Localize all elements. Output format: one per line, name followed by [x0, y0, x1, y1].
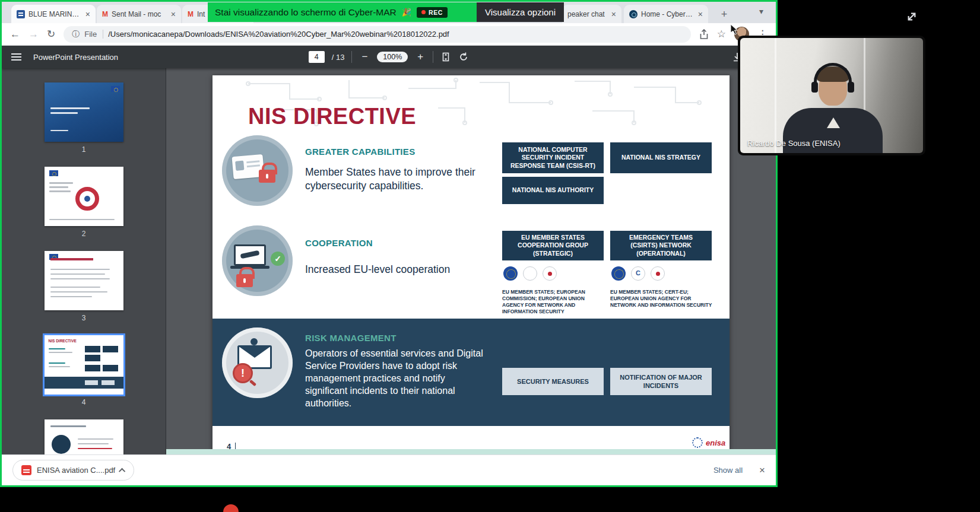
section-heading-capabilities: GREATER CAPABILITIES [305, 147, 415, 157]
tab-blue-marinas[interactable]: BLUE MARINAS_ × [11, 5, 96, 23]
tab-label: Sent Mail - moc [112, 10, 167, 18]
thumbnail-page-4-selected[interactable]: NIS DIRECTIVE [45, 335, 123, 395]
presenter-emoji: 🎉 [402, 8, 411, 17]
tab-sent-mail[interactable]: M Sent Mail - moc × [97, 5, 181, 23]
pdf-file-icon [21, 465, 31, 475]
check-icon: ✓ [271, 252, 285, 266]
thumbnail-number: 2 [82, 230, 86, 238]
cooperation-logos-right: C [611, 266, 665, 281]
mouse-cursor [730, 24, 740, 36]
screen: BLUE MARINAS_ × M Sent Mail - moc × M In… [0, 0, 980, 512]
toolbar-divider [351, 51, 352, 63]
alert-magnifier-icon: ! [233, 363, 253, 383]
gmail-favicon-icon: M [102, 10, 108, 18]
tab-close-icon[interactable]: × [698, 10, 703, 18]
pdf-page-viewer: NIS DIRECTIVE GREATER CAPABILITIES Membe… [166, 68, 776, 454]
eu-flag-mini-icon [111, 86, 120, 92]
diagram-circle-mini [52, 435, 71, 454]
tab-label: peaker chat [567, 10, 608, 18]
eu-flag-mini-icon [49, 170, 58, 176]
url-scheme-label: File [84, 30, 103, 39]
thumbnail-page-5[interactable] [45, 419, 123, 454]
box-cooperation-group: EU MEMBER STATES COOPERATION GROUP (STRA… [502, 231, 604, 260]
view-options-button[interactable]: Visualizza opzioni [477, 2, 564, 22]
share-icon[interactable] [699, 29, 709, 40]
enisa-footer-logo: enisa [692, 437, 725, 448]
thumbnail-slide-title: NIS DIRECTIVE [49, 339, 77, 343]
url-text: /Users/monicacanepa/Downloads/ENISA%20av… [108, 30, 449, 39]
chevron-up-icon[interactable] [119, 468, 125, 474]
tab-search-chevron-icon[interactable]: ▾ [759, 7, 763, 16]
tab-speaker-chat[interactable]: peaker chat × [562, 5, 621, 23]
downloads-bar: ENISA aviation C....pdf Show all × [2, 454, 776, 485]
cert-eu-logo: C [631, 266, 645, 281]
thumbnail-page-2[interactable] [45, 167, 123, 226]
downloaded-file-chip[interactable]: ENISA aviation C....pdf [12, 460, 134, 481]
browser-address-bar: ← → ↻ ⓘ File /Users/monicacanepa/Downloa… [2, 23, 776, 46]
meeting-control-peek[interactable] [223, 504, 239, 512]
thumbnail-page-3[interactable] [45, 251, 123, 310]
tab-close-icon[interactable]: × [171, 10, 176, 18]
viewer-scroll-strip[interactable] [166, 449, 776, 454]
tab-label: BLUE MARINAS_ [28, 10, 82, 18]
thumbnail-item: NIS DIRECTIVE [45, 335, 123, 406]
box-nis-authority: NATIONAL NIS AUTHORITY [502, 177, 604, 204]
risk-management-panel: ! RISK MANAGEMENT Operators of essential… [213, 319, 730, 426]
thumbnail-item: 5 [45, 419, 123, 454]
section-heading-cooperation: COOPERATION [305, 238, 373, 248]
thumbnail-number: 3 [82, 314, 86, 322]
pdf-document-title: PowerPoint Presentation [33, 53, 118, 62]
page-number-input[interactable]: 4 [309, 51, 325, 63]
webcam-tile[interactable]: Ricardo De Sousa (ENISA) [738, 36, 925, 155]
back-button[interactable]: ← [10, 28, 20, 40]
pdf-thumbnail-sidebar: 1 2 [2, 68, 166, 454]
reload-button[interactable]: ↻ [47, 28, 55, 40]
tab-home-cybermar[interactable]: Home - CyberMA × [624, 5, 708, 23]
box-security-measures: SECURITY MEASURES [502, 368, 604, 395]
slide-page-4: NIS DIRECTIVE GREATER CAPABILITIES Membe… [213, 75, 730, 454]
circular-diagram-mini [75, 187, 99, 211]
bookmark-star-icon[interactable]: ☆ [717, 28, 726, 40]
pdf-viewer-body: 1 2 [2, 68, 776, 454]
thumbnail-number: 4 [82, 398, 86, 406]
zoom-out-button[interactable]: − [359, 51, 370, 63]
enisa-logo [543, 266, 557, 281]
pdf-toolbar: PowerPoint Presentation 4 / 13 − 100% + [2, 46, 776, 68]
rotate-button[interactable] [458, 52, 469, 62]
screen-share-banner: Stai visualizzando lo schermo di Cyber-M… [208, 2, 564, 22]
envelope-magnifier-icon: ! [222, 327, 293, 398]
box-notification-incidents: NOTIFICATION OF MAJOR INCIDENTS [610, 368, 712, 395]
caption-csirts-network: EU MEMBER STATES; CERT-EU; EUROPEAN UNIO… [610, 289, 713, 309]
page-info-icon[interactable]: ⓘ [72, 29, 80, 40]
gmail-favicon-icon: M [188, 10, 194, 18]
eu-flag-logo [611, 266, 626, 281]
cooperation-laptop-icon: ✓ [222, 225, 293, 296]
close-downloads-bar-icon[interactable]: × [759, 465, 765, 476]
downloaded-file-name: ENISA aviation C....pdf [37, 466, 115, 475]
recording-badge: REC [417, 7, 448, 18]
document-favicon-icon [17, 10, 25, 18]
fit-page-button[interactable] [440, 52, 451, 62]
headphones-icon [814, 63, 852, 83]
webcam-video: Ricardo De Sousa (ENISA) [740, 38, 923, 153]
tab-close-icon[interactable]: × [85, 10, 90, 18]
cybermar-favicon-icon [629, 10, 638, 18]
thumbnail-item: 3 [45, 251, 123, 322]
new-tab-button[interactable]: + [716, 7, 732, 22]
thumbnail-item: 2 [45, 167, 123, 238]
zoom-level[interactable]: 100% [377, 52, 408, 62]
tab-close-icon[interactable]: × [611, 10, 616, 18]
thumbnail-page-1[interactable] [45, 82, 123, 142]
show-all-downloads-button[interactable]: Show all [713, 466, 743, 475]
european-commission-logo [523, 266, 537, 281]
expand-tile-icon[interactable] [903, 8, 920, 25]
page-count-label: / 13 [332, 53, 345, 62]
forward-button[interactable]: → [28, 28, 39, 40]
box-nis-strategy: NATIONAL NIS STRATEGY [610, 142, 712, 173]
zoom-in-button[interactable]: + [415, 51, 426, 63]
box-csirts-network: EMERGENCY TEAMS (CSIRTS) NETWORK (OPERAT… [610, 231, 712, 260]
url-field[interactable]: ⓘ File /Users/monicacanepa/Downloads/ENI… [64, 26, 691, 43]
pdf-menu-icon[interactable] [11, 53, 21, 61]
shared-screen-window: BLUE MARINAS_ × M Sent Mail - moc × M In… [0, 0, 778, 487]
box-csirt: NATIONAL COMPUTER SECURITY INCIDENT RESP… [502, 142, 604, 173]
